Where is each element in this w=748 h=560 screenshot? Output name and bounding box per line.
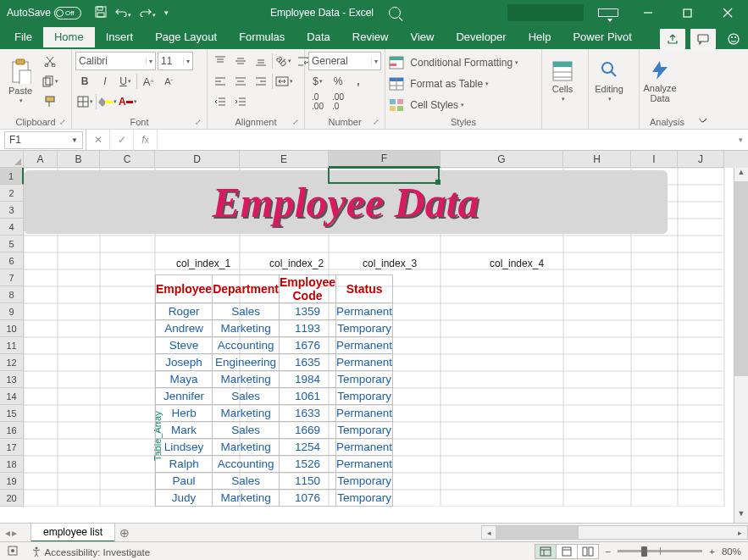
dialog-launcher-icon[interactable]: ⤢ bbox=[195, 118, 202, 126]
tab-page-layout[interactable]: Page Layout bbox=[144, 27, 228, 49]
row-header[interactable]: 1 bbox=[0, 168, 24, 185]
search-icon[interactable] bbox=[389, 7, 401, 19]
table-cell[interactable]: Permanent bbox=[336, 337, 393, 354]
table-cell[interactable]: Paul bbox=[156, 473, 213, 490]
table-cell[interactable]: Sales bbox=[213, 422, 280, 439]
table-cell[interactable]: Permanent bbox=[336, 439, 393, 456]
horizontal-scrollbar[interactable]: ◂▸ bbox=[481, 525, 748, 540]
align-left-button[interactable] bbox=[211, 72, 230, 91]
table-cell[interactable]: Temporary bbox=[336, 371, 393, 388]
increase-decimal-button[interactable]: .0.00 bbox=[308, 92, 327, 111]
table-cell[interactable]: 1984 bbox=[279, 371, 335, 388]
table-cell[interactable]: Marketing bbox=[213, 320, 280, 337]
orientation-button[interactable]: ab▾ bbox=[274, 52, 293, 70]
table-cell[interactable]: Accounting bbox=[213, 456, 280, 473]
redo-icon[interactable]: ▾ bbox=[140, 7, 156, 19]
font-color-button[interactable]: A▾ bbox=[119, 92, 137, 111]
table-cell[interactable]: Temporary bbox=[336, 473, 393, 490]
row-header[interactable]: 13 bbox=[0, 371, 24, 388]
align-middle-button[interactable] bbox=[231, 52, 250, 70]
font-size-combo[interactable]: 11▾ bbox=[158, 52, 193, 70]
table-cell[interactable]: 1359 bbox=[279, 303, 335, 320]
qat-customize-icon[interactable]: ▾ bbox=[164, 8, 169, 17]
tab-insert[interactable]: Insert bbox=[95, 27, 145, 49]
comments-button[interactable] bbox=[690, 29, 716, 49]
row-header[interactable]: 19 bbox=[0, 473, 24, 490]
cut-button[interactable] bbox=[41, 52, 59, 70]
record-macro-icon[interactable] bbox=[7, 545, 19, 558]
minimize-button[interactable] bbox=[629, 0, 667, 25]
row-header[interactable]: 4 bbox=[0, 219, 24, 236]
tab-help[interactable]: Help bbox=[518, 27, 562, 49]
row-header[interactable]: 20 bbox=[0, 490, 24, 507]
align-center-button[interactable] bbox=[231, 72, 250, 91]
column-header[interactable]: E bbox=[240, 151, 329, 168]
row-header[interactable]: 2 bbox=[0, 185, 24, 202]
align-top-button[interactable] bbox=[211, 52, 230, 70]
zoom-level[interactable]: 80% bbox=[722, 546, 741, 557]
zoom-slider[interactable] bbox=[618, 550, 702, 552]
new-sheet-button[interactable]: ⊕ bbox=[115, 526, 134, 540]
accessibility-status[interactable]: Accessibility: Investigate bbox=[30, 546, 150, 557]
row-header[interactable]: 3 bbox=[0, 202, 24, 219]
dialog-launcher-icon[interactable]: ⤢ bbox=[292, 118, 299, 126]
collapse-ribbon-button[interactable]: ᨆ bbox=[695, 49, 712, 129]
table-cell[interactable]: Accounting bbox=[213, 337, 280, 354]
table-cell[interactable]: Judy bbox=[156, 490, 213, 507]
tab-formulas[interactable]: Formulas bbox=[228, 27, 296, 49]
number-format-combo[interactable]: General▾ bbox=[308, 52, 381, 70]
percent-button[interactable]: % bbox=[329, 72, 347, 91]
table-cell[interactable]: 1150 bbox=[279, 473, 335, 490]
table-cell[interactable]: Permanent bbox=[336, 354, 393, 371]
cells-area[interactable]: Employee Data col_index_1col_index_2col_… bbox=[24, 168, 748, 507]
table-cell[interactable]: 1635 bbox=[279, 354, 335, 371]
enter-button[interactable]: ✓ bbox=[110, 130, 134, 151]
ribbon-display-options[interactable] bbox=[589, 0, 627, 25]
italic-button[interactable]: I bbox=[96, 72, 114, 91]
user-account[interactable] bbox=[507, 4, 584, 21]
table-cell[interactable]: 1633 bbox=[279, 405, 335, 422]
table-cell[interactable]: 1076 bbox=[279, 490, 335, 507]
column-header[interactable]: F bbox=[329, 151, 440, 168]
table-cell[interactable]: Roger bbox=[156, 303, 213, 320]
paste-button[interactable]: Paste▾ bbox=[3, 52, 37, 111]
font-name-combo[interactable]: Calibri▾ bbox=[75, 52, 156, 70]
undo-icon[interactable]: ▾ bbox=[115, 7, 131, 19]
decrease-indent-button[interactable] bbox=[211, 92, 230, 111]
merge-button[interactable]: ▾ bbox=[274, 72, 293, 91]
table-cell[interactable]: 1061 bbox=[279, 388, 335, 405]
zoom-out-button[interactable]: − bbox=[606, 546, 612, 557]
table-cell[interactable]: Marketing bbox=[213, 490, 280, 507]
table-cell[interactable]: Maya bbox=[156, 371, 213, 388]
table-cell[interactable]: Sales bbox=[213, 388, 280, 405]
tab-home[interactable]: Home bbox=[43, 27, 95, 49]
table-cell[interactable]: Sales bbox=[213, 473, 280, 490]
borders-button[interactable]: ▾ bbox=[75, 92, 94, 111]
table-cell[interactable]: Sales bbox=[213, 303, 280, 320]
table-cell[interactable]: Temporary bbox=[336, 490, 393, 507]
column-header[interactable]: B bbox=[58, 151, 100, 168]
row-header[interactable]: 7 bbox=[0, 269, 24, 286]
decrease-font-button[interactable]: Aˇ bbox=[159, 72, 178, 91]
table-cell[interactable]: 1669 bbox=[279, 422, 335, 439]
dialog-launcher-icon[interactable]: ⤢ bbox=[373, 118, 380, 126]
sheet-nav-buttons[interactable]: ◂▸ bbox=[0, 527, 30, 539]
tab-power-pivot[interactable]: Power Pivot bbox=[562, 27, 642, 49]
save-icon[interactable] bbox=[95, 6, 107, 20]
accounting-format-button[interactable]: $▾ bbox=[308, 72, 327, 91]
page-layout-view-button[interactable] bbox=[556, 544, 578, 559]
name-box[interactable]: F1▼ bbox=[4, 131, 83, 149]
cell-styles-button[interactable]: Cell Styles▾ bbox=[389, 96, 518, 114]
close-button[interactable] bbox=[708, 0, 746, 25]
cancel-button[interactable]: ✕ bbox=[86, 130, 110, 151]
column-header[interactable]: G bbox=[440, 151, 563, 168]
table-cell[interactable]: Jennifer bbox=[156, 388, 213, 405]
row-header[interactable]: 6 bbox=[0, 252, 24, 269]
increase-font-button[interactable]: A^ bbox=[139, 72, 158, 91]
table-cell[interactable]: Steve bbox=[156, 337, 213, 354]
row-header[interactable]: 18 bbox=[0, 456, 24, 473]
table-cell[interactable]: Mark bbox=[156, 422, 213, 439]
table-cell[interactable]: Permanent bbox=[336, 405, 393, 422]
table-cell[interactable]: Herb bbox=[156, 405, 213, 422]
column-header[interactable]: C bbox=[100, 151, 155, 168]
